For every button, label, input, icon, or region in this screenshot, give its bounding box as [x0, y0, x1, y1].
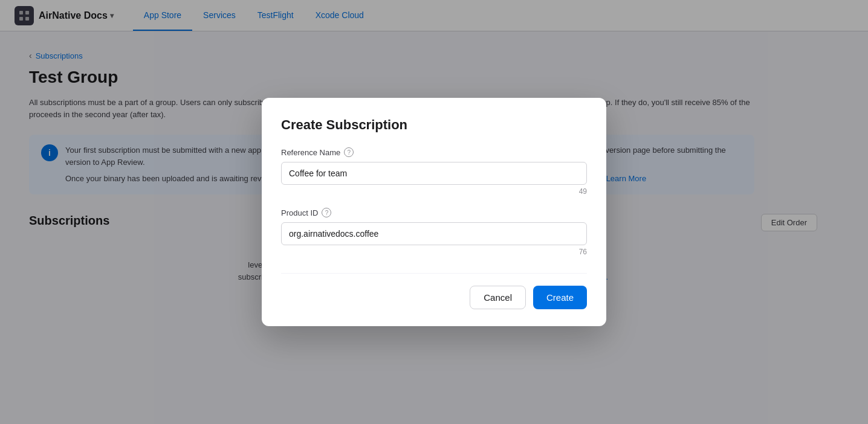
reference-name-label: Reference Name ?: [281, 147, 587, 157]
product-id-group: Product ID ? 76: [281, 208, 587, 256]
reference-name-input[interactable]: [281, 162, 587, 185]
product-id-char-count: 76: [281, 248, 587, 256]
modal-overlay[interactable]: Create Subscription Reference Name ? 49 …: [0, 0, 868, 346]
create-subscription-modal: Create Subscription Reference Name ? 49 …: [262, 98, 606, 326]
cancel-button[interactable]: Cancel: [470, 286, 526, 309]
reference-name-group: Reference Name ? 49: [281, 147, 587, 196]
modal-footer: Cancel Create: [281, 273, 587, 309]
product-id-help-icon[interactable]: ?: [322, 208, 331, 217]
product-id-label: Product ID ?: [281, 208, 587, 217]
product-id-input[interactable]: [281, 222, 587, 245]
create-button[interactable]: Create: [533, 286, 587, 309]
reference-name-help-icon[interactable]: ?: [344, 147, 354, 157]
reference-name-char-count: 49: [281, 187, 587, 196]
modal-title: Create Subscription: [281, 117, 587, 133]
